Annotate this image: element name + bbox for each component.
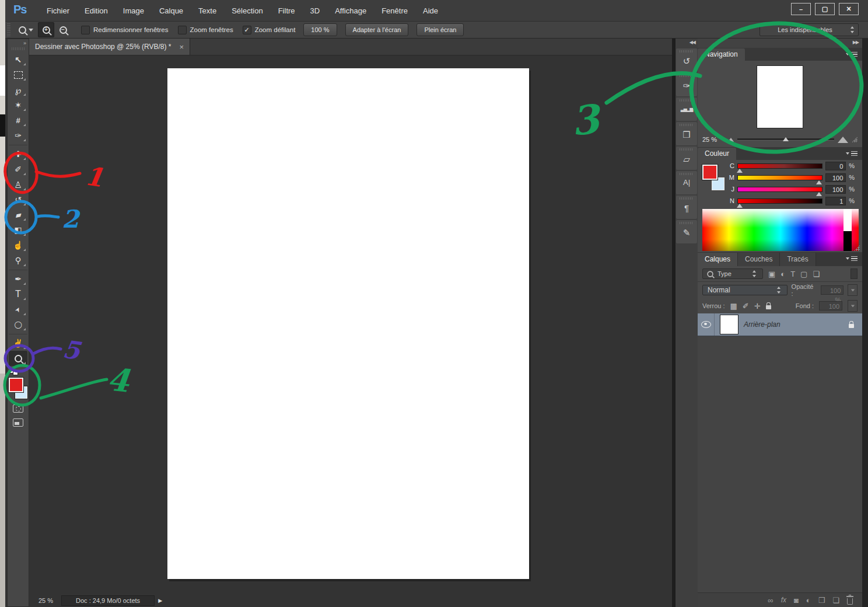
resize-grip[interactable] xyxy=(852,137,858,142)
dodge-tool[interactable]: ⚲ xyxy=(9,253,27,268)
transform-panel-button[interactable]: ▱ xyxy=(676,146,697,170)
paragraph-panel-button[interactable]: ¶ xyxy=(676,196,697,219)
zoom-out-button[interactable]: − xyxy=(55,23,71,37)
current-tool-zoom[interactable] xyxy=(19,26,33,34)
lock-pixels-icon[interactable]: ✐ xyxy=(743,302,749,311)
document-info[interactable]: Doc : 24,9 Mo/0 octets ▶ xyxy=(61,595,155,606)
filter-shape-layers-icon[interactable]: ▢ xyxy=(800,270,807,278)
zoom-in-mountain-icon[interactable] xyxy=(838,137,848,143)
menu-aide[interactable]: Aide xyxy=(415,6,446,15)
menu-fenetre[interactable]: Fenêtre xyxy=(374,6,415,15)
tab-traces[interactable]: Tracés xyxy=(780,253,816,266)
magic-wand-tool[interactable]: ✶ xyxy=(9,97,27,113)
navigation-zoom-slider[interactable] xyxy=(737,138,834,141)
panel-menu-icon[interactable] xyxy=(846,151,858,156)
menu-filtre[interactable]: Filtre xyxy=(271,6,303,15)
slider-thumb[interactable] xyxy=(816,180,822,184)
resize-windows-checkbox[interactable]: Redimensionner fenêtres xyxy=(81,26,169,34)
paint-bucket-tool[interactable]: ◧ xyxy=(9,222,27,238)
close-button[interactable]: ✕ xyxy=(839,3,859,15)
opacity-value[interactable]: 100 % xyxy=(821,285,844,295)
magenta-value[interactable]: 100 xyxy=(825,173,846,182)
link-layers-icon[interactable]: ∞ xyxy=(768,596,773,604)
ellipse-tool[interactable]: ◯ xyxy=(9,317,27,332)
spectrum-black-swatch[interactable] xyxy=(844,231,852,251)
filter-adjustment-layers-icon[interactable]: ◐ xyxy=(780,270,785,278)
filter-type-dropdown[interactable]: Type xyxy=(702,268,763,279)
menu-affichage[interactable]: Affichage xyxy=(327,6,374,15)
tab-navigation[interactable]: Navigation xyxy=(698,48,745,61)
new-group-icon[interactable]: ❒ xyxy=(818,596,825,604)
tab-close-icon[interactable]: × xyxy=(179,43,184,51)
default-colors-icon[interactable] xyxy=(10,368,18,375)
navigation-thumbnail[interactable] xyxy=(757,65,803,128)
tool-presets-panel-button[interactable]: ✑ xyxy=(676,73,697,96)
fill-value[interactable]: 100 % xyxy=(819,301,842,311)
navigation-zoom-value[interactable]: 25 % xyxy=(702,136,724,143)
canvas[interactable] xyxy=(167,68,529,579)
brush-presets-panel-button[interactable]: ✎ xyxy=(676,220,697,243)
blend-mode-dropdown[interactable]: Normal xyxy=(702,285,788,295)
crop-tool[interactable]: # xyxy=(9,113,27,128)
hand-tool[interactable]: ✌ xyxy=(9,334,27,351)
history-panel-button[interactable]: ↺ xyxy=(676,48,697,72)
quick-mask-button[interactable] xyxy=(13,404,23,413)
zoom-windows-checkbox[interactable]: Zoom fenêtres xyxy=(178,26,233,34)
fullscreen-button[interactable]: Plein écran xyxy=(416,23,464,36)
add-layer-mask-icon[interactable]: ◙ xyxy=(794,596,799,604)
layer-thumbnail[interactable] xyxy=(720,315,738,334)
menu-fichier[interactable]: Fichier xyxy=(39,6,77,15)
clone-stamp-tool[interactable]: ♙ xyxy=(9,177,27,192)
panel-menu-icon[interactable] xyxy=(846,256,858,261)
type-tool[interactable]: T xyxy=(9,287,27,302)
filter-pixel-layers-icon[interactable]: ▣ xyxy=(768,270,775,278)
slider-thumb[interactable] xyxy=(737,204,743,208)
spectrum-white-swatch[interactable] xyxy=(844,209,852,231)
tab-calques[interactable]: Calques xyxy=(698,253,738,266)
eraser-tool[interactable]: ▰ xyxy=(9,207,27,222)
fill-dropdown-button[interactable] xyxy=(848,300,858,312)
magenta-slider[interactable] xyxy=(737,175,822,180)
history-brush-tool[interactable]: ↺ xyxy=(9,192,27,207)
layer-visibility-cell[interactable] xyxy=(698,313,715,336)
opacity-dropdown-button[interactable] xyxy=(848,284,858,296)
histogram-panel-button[interactable]: ▃▅▂▆ xyxy=(676,97,697,121)
zoom-tool[interactable] xyxy=(9,351,27,366)
path-selection-tool[interactable]: ➤ xyxy=(9,302,27,317)
lock-position-icon[interactable]: ✛ xyxy=(754,302,761,311)
panel-menu-icon[interactable] xyxy=(846,51,858,57)
zoom-out-mountain-icon[interactable] xyxy=(728,138,734,142)
cyan-slider[interactable] xyxy=(737,163,822,169)
slider-thumb[interactable] xyxy=(783,137,789,141)
lock-all-icon[interactable] xyxy=(766,305,771,309)
info-3d-panel-button[interactable]: ❒ xyxy=(676,122,697,145)
pen-tool[interactable]: ✒ xyxy=(9,270,27,287)
brush-tool[interactable]: ✐ xyxy=(9,162,27,177)
new-adjustment-layer-icon[interactable]: ◐ xyxy=(806,596,811,604)
slider-thumb[interactable] xyxy=(737,169,743,173)
layer-row-arriere-plan[interactable]: Arrière-plan xyxy=(698,313,862,336)
jaune-value[interactable]: 100 xyxy=(825,185,846,194)
fit-screen-button[interactable]: Adapter à l'écran xyxy=(345,23,409,36)
toolbar-expand-arrows[interactable]: » xyxy=(8,39,29,46)
slider-thumb[interactable] xyxy=(816,192,822,196)
scrubby-zoom-checkbox[interactable]: ✓ Zoom défilant xyxy=(243,26,296,34)
tab-couches[interactable]: Couches xyxy=(738,253,780,266)
actual-size-button[interactable]: 100 % xyxy=(303,23,337,36)
status-zoom-level[interactable]: 25 % xyxy=(38,597,53,604)
collapse-panels-icon[interactable]: ◀◀ xyxy=(676,39,698,48)
filter-smart-objects-icon[interactable]: ❏ xyxy=(813,270,820,278)
move-tool[interactable]: ↖ xyxy=(9,52,27,67)
jaune-slider[interactable] xyxy=(737,187,822,192)
color-spectrum-ramp[interactable] xyxy=(702,209,859,251)
tab-couleur[interactable]: Couleur xyxy=(698,148,736,160)
menu-calque[interactable]: Calque xyxy=(152,6,191,15)
color-swatches[interactable] xyxy=(8,378,28,399)
workspace-dropdown[interactable]: Les indispensables xyxy=(760,23,859,36)
new-layer-icon[interactable]: ❏ xyxy=(832,596,839,604)
smudge-tool[interactable]: ☝ xyxy=(9,238,27,253)
eyedropper-tool[interactable]: ✑ xyxy=(9,128,27,143)
menu-selection[interactable]: Sélection xyxy=(224,6,270,15)
menu-image[interactable]: Image xyxy=(116,6,152,15)
lock-transparency-icon[interactable]: ▦ xyxy=(730,302,737,311)
